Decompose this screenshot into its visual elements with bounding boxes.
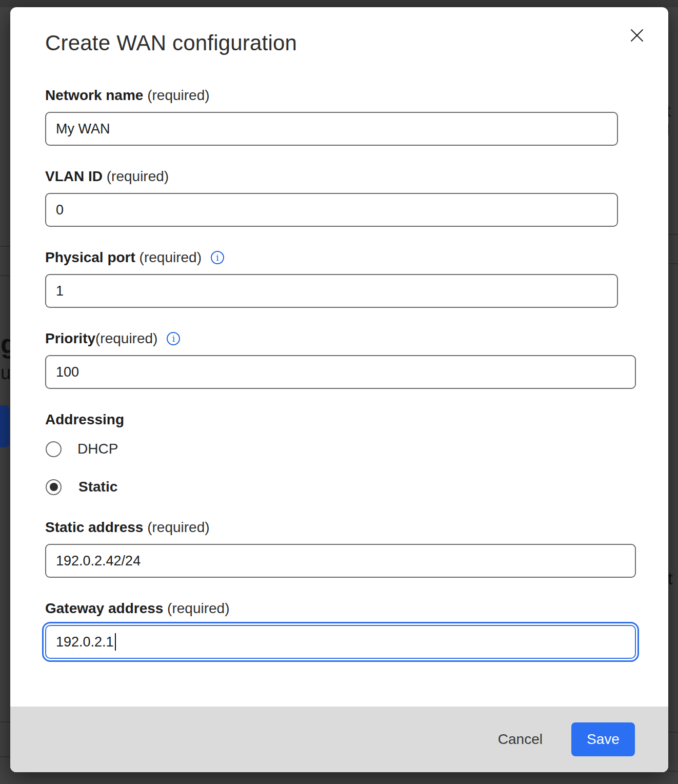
radio-label: Static bbox=[78, 479, 117, 495]
dialog-title: Create WAN configuration bbox=[45, 31, 646, 55]
addressing-option-dhcp[interactable]: DHCP bbox=[45, 440, 646, 458]
vlan-id-label: VLAN ID (required) bbox=[45, 168, 646, 185]
required-text: (required) bbox=[103, 168, 169, 185]
dialog-footer: Cancel Save bbox=[10, 707, 668, 772]
dialog-body: Create WAN configuration Network name (r… bbox=[10, 7, 668, 659]
input-value: 192.0.2.42/24 bbox=[56, 553, 141, 569]
static-address-input[interactable]: 192.0.2.42/24 bbox=[45, 544, 636, 578]
input-value: 0 bbox=[56, 202, 64, 218]
bg-left-strip: g u bbox=[0, 0, 10, 784]
info-icon[interactable]: i bbox=[211, 251, 224, 264]
priority-input[interactable]: 100 bbox=[45, 355, 636, 389]
radio-label: DHCP bbox=[77, 441, 118, 457]
bg-table-line bbox=[668, 234, 678, 235]
bg-table-line bbox=[0, 721, 10, 722]
bg-right-strip: t l t bbox=[668, 0, 678, 784]
bg-table-line bbox=[668, 732, 678, 733]
vlan-id-input[interactable]: 0 bbox=[45, 193, 618, 227]
label-text: Network name bbox=[45, 87, 143, 104]
bg-text-fragment: t bbox=[668, 569, 672, 589]
input-value: 100 bbox=[56, 364, 79, 380]
required-text: (required) bbox=[135, 249, 202, 266]
static-address-label: Static address (required) bbox=[45, 519, 646, 536]
create-wan-dialog: Create WAN configuration Network name (r… bbox=[10, 7, 668, 772]
addressing-option-static[interactable]: Static bbox=[45, 478, 646, 496]
bg-table-line bbox=[0, 275, 10, 276]
priority-label: Priority(required)i bbox=[45, 330, 646, 347]
addressing-heading: Addressing bbox=[45, 411, 646, 428]
bg-text-fragment: t l bbox=[668, 102, 678, 140]
cancel-button[interactable]: Cancel bbox=[495, 726, 546, 753]
bg-table-line bbox=[668, 771, 678, 772]
bg-button-fragment bbox=[0, 405, 9, 447]
input-value: 1 bbox=[56, 283, 64, 299]
label-text: Gateway address bbox=[45, 600, 163, 617]
text-cursor bbox=[115, 633, 116, 651]
gateway-address-input[interactable]: 192.0.2.1 bbox=[45, 625, 636, 659]
bg-table-line bbox=[668, 263, 678, 264]
required-text: (required) bbox=[143, 87, 209, 104]
physical-port-input[interactable]: 1 bbox=[45, 274, 618, 308]
input-value: My WAN bbox=[56, 121, 110, 137]
input-value: 192.0.2.1 bbox=[56, 634, 114, 650]
physical-port-label: Physical port (required)i bbox=[45, 249, 646, 266]
required-text: (required) bbox=[163, 600, 229, 617]
bg-table-line bbox=[0, 246, 10, 247]
bg-table-line bbox=[0, 756, 10, 757]
bg-text-fragment: g bbox=[1, 328, 10, 359]
required-text: (required) bbox=[95, 330, 157, 347]
network-name-label: Network name (required) bbox=[45, 87, 646, 104]
save-button[interactable]: Save bbox=[571, 722, 635, 756]
bg-top-strip bbox=[0, 0, 678, 7]
label-text: VLAN ID bbox=[45, 168, 103, 185]
radio-unselected-icon[interactable] bbox=[46, 441, 62, 457]
radio-selected-icon[interactable] bbox=[46, 479, 62, 495]
label-text: Priority bbox=[45, 330, 95, 347]
bg-text-fragment: u bbox=[1, 362, 10, 384]
screen: g u t l t Create WAN configuration Netwo… bbox=[0, 0, 678, 784]
network-name-input[interactable]: My WAN bbox=[45, 112, 618, 146]
info-icon[interactable]: i bbox=[167, 332, 180, 345]
required-text: (required) bbox=[143, 519, 209, 536]
label-text: Static address bbox=[45, 519, 143, 536]
label-text: Physical port bbox=[45, 249, 135, 266]
gateway-address-label: Gateway address (required) bbox=[45, 600, 646, 617]
